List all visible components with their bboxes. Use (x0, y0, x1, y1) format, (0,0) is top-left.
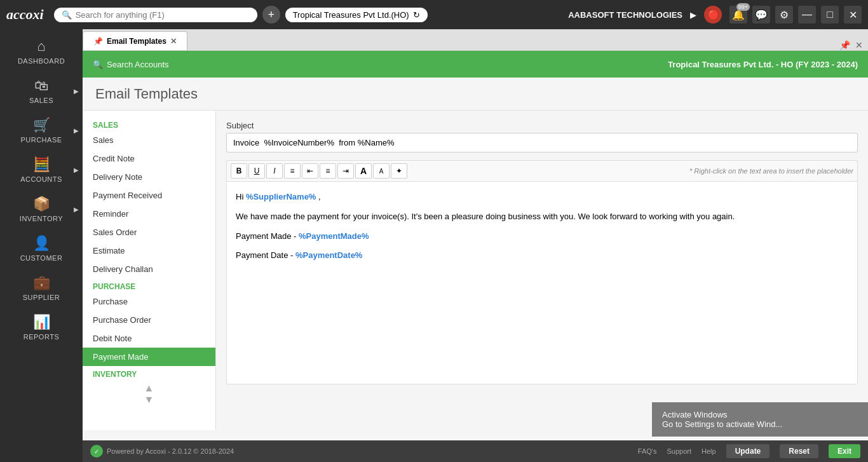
page-title-bar: Email Templates (83, 78, 868, 111)
purchase-icon: 🛒 (33, 117, 50, 133)
nav-item-estimate[interactable]: Estimate (83, 241, 215, 260)
sidebar-item-reports[interactable]: 📊 REPORTS (0, 308, 83, 347)
search-bar[interactable]: 🔍 (54, 8, 257, 22)
font-size-down-button[interactable]: A (373, 163, 390, 179)
notification-count: 99+ (736, 3, 750, 11)
sales-icon: 🛍 (34, 78, 48, 94)
reports-icon: 📊 (33, 314, 50, 330)
nav-item-sales-order[interactable]: Sales Order (83, 223, 215, 241)
settings-icon[interactable]: ⚙ (775, 6, 793, 24)
supplier-name-placeholder: %SupplierName% (246, 192, 316, 201)
close-button[interactable]: ✕ (844, 6, 862, 24)
nav-item-payment-made[interactable]: Payment Made (83, 348, 215, 366)
purchase-expand-arrow: ▶ (74, 127, 79, 134)
payment-date-placeholder: %PaymentDate% (295, 250, 363, 260)
search-accounts-icon: 🔍 (93, 60, 103, 69)
left-nav: SALES Sales Credit Note Delivery Note Pa… (83, 111, 216, 430)
activate-windows-subtitle: Go to Settings to activate Wind... (662, 419, 858, 429)
main-content: 📌 Email Templates ✕ 📌 ✕ 🔍 Search Account… (83, 29, 868, 462)
tab-close-btn[interactable]: ✕ (855, 40, 863, 50)
align-right-button[interactable]: ⇥ (337, 163, 354, 179)
sidebar-label-sales: SALES (29, 97, 53, 104)
company-info-label: Tropical Treasures Pvt Ltd. - HO (FY 202… (668, 60, 858, 69)
inventory-expand-arrow: ▶ (74, 206, 79, 213)
sidebar-label-customer: CUSTOMER (20, 254, 63, 262)
help-link[interactable]: Help (702, 447, 716, 455)
message-icon[interactable]: 💬 (752, 6, 770, 24)
exit-button[interactable]: Exit (829, 444, 860, 458)
pin-icon: 📌 (93, 37, 103, 46)
sales-expand-arrow: ▶ (74, 88, 79, 95)
topbar-right: AABASOFT TECHNOLOGIES ▶ 🔴 🔔 99+ 💬 ⚙ — □ … (568, 6, 862, 24)
subject-input[interactable] (226, 133, 858, 153)
tab-pin-btn[interactable]: 📌 (839, 40, 850, 50)
list-button[interactable]: ≡ (284, 163, 301, 179)
nav-scroll-up[interactable]: ▲ (144, 383, 154, 394)
sidebar-label-accounts: ACCOUNTS (20, 175, 62, 183)
nav-item-purchase-order[interactable]: Purchase Order (83, 311, 215, 329)
tab-label: Email Templates (107, 37, 166, 46)
supplier-icon: 💼 (33, 275, 50, 291)
editor-toolbar: B U I ≡ ⇤ ≡ ⇥ A A ✦ * Right-click on the… (226, 160, 858, 181)
avatar[interactable]: 🔴 (704, 6, 722, 24)
italic-button[interactable]: I (266, 163, 283, 179)
sidebar-label-inventory: INVENTORY (20, 215, 63, 222)
nav-scroll-down[interactable]: ▼ (144, 394, 154, 405)
green-header: 🔍 Search Accounts Tropical Treasures Pvt… (83, 51, 868, 78)
company-name: AABASOFT TECHNOLOGIES (568, 10, 682, 20)
sidebar-item-customer[interactable]: 👤 CUSTOMER (0, 229, 83, 268)
nav-item-purchase[interactable]: Purchase (83, 292, 215, 311)
company-selector-label: Tropical Treasures Pvt Ltd.(HO) (293, 10, 409, 20)
editor-payment-date: Payment Date - %PaymentDate% (236, 249, 848, 262)
editor-payment-made: Payment Made - %PaymentMade% (236, 230, 848, 243)
nav-item-sales[interactable]: Sales (83, 131, 215, 149)
search-accounts-btn[interactable]: 🔍 Search Accounts (93, 60, 169, 69)
activate-windows-overlay: Activate Windows Go to Settings to activ… (652, 402, 868, 437)
font-size-up-button[interactable]: A (355, 163, 372, 179)
reset-button[interactable]: Reset (780, 444, 818, 458)
sidebar-item-sales[interactable]: 🛍 SALES ▶ (0, 71, 83, 111)
clear-format-button[interactable]: ✦ (391, 163, 407, 179)
align-center-button[interactable]: ≡ (320, 163, 336, 179)
sidebar-item-purchase[interactable]: 🛒 PURCHASE ▶ (0, 111, 83, 150)
maximize-button[interactable]: □ (821, 6, 839, 24)
topbar: accoxi 🔍 + Tropical Treasures Pvt Ltd.(H… (0, 0, 868, 29)
nav-item-reminder[interactable]: Reminder (83, 205, 215, 223)
add-button[interactable]: + (262, 6, 280, 24)
faq-link[interactable]: FAQ's (638, 447, 657, 455)
nav-item-debit-note[interactable]: Debit Note (83, 329, 215, 348)
search-accounts-label: Search Accounts (107, 60, 169, 69)
powered-by-label: Powered by Accoxi - 2.0.12 © 2018-2024 (107, 447, 234, 455)
align-left-button[interactable]: ⇤ (302, 163, 318, 179)
search-input[interactable] (76, 10, 250, 20)
nav-item-delivery-challan[interactable]: Delivery Challan (83, 260, 215, 278)
refresh-icon[interactable]: ↻ (413, 10, 420, 20)
company-selector[interactable]: Tropical Treasures Pvt Ltd.(HO) ↻ (285, 8, 428, 22)
email-editor[interactable]: Hi %SupplierName% , We have made the pay… (226, 181, 858, 384)
update-button[interactable]: Update (726, 444, 770, 458)
underline-button[interactable]: U (248, 163, 265, 179)
sidebar-label-reports: REPORTS (24, 333, 59, 341)
footer: ✓ Powered by Accoxi - 2.0.12 © 2018-2024… (83, 440, 868, 462)
content-area: SALES Sales Credit Note Delivery Note Pa… (83, 111, 868, 430)
sidebar-item-inventory[interactable]: 📦 INVENTORY ▶ (0, 189, 83, 229)
nav-section-sales: SALES (83, 117, 215, 131)
notification-badge[interactable]: 🔔 99+ (729, 6, 747, 24)
bold-button[interactable]: B (231, 163, 247, 179)
activate-windows-title: Activate Windows (662, 410, 858, 419)
tab-close-icon[interactable]: ✕ (170, 37, 177, 46)
sidebar-label-purchase: PURCHASE (20, 136, 62, 144)
sidebar-item-accounts[interactable]: 🧮 ACCOUNTS ▶ (0, 150, 83, 189)
sidebar-item-supplier[interactable]: 💼 SUPPLIER (0, 268, 83, 308)
sidebar-item-dashboard[interactable]: ⌂ DASHBOARD (0, 32, 83, 71)
sidebar-label-dashboard: DASHBOARD (18, 57, 65, 65)
nav-item-payment-received[interactable]: Payment Received (83, 186, 215, 205)
nav-item-credit-note[interactable]: Credit Note (83, 149, 215, 168)
tab-email-templates[interactable]: 📌 Email Templates ✕ (83, 31, 187, 50)
nav-item-delivery-note[interactable]: Delivery Note (83, 168, 215, 186)
minimize-button[interactable]: — (798, 6, 816, 24)
support-link[interactable]: Support (667, 447, 691, 455)
footer-logo-icon: ✓ (90, 445, 103, 458)
editor-greeting: Hi %SupplierName% , (236, 191, 848, 204)
nav-section-inventory: INVENTORY (83, 366, 215, 380)
